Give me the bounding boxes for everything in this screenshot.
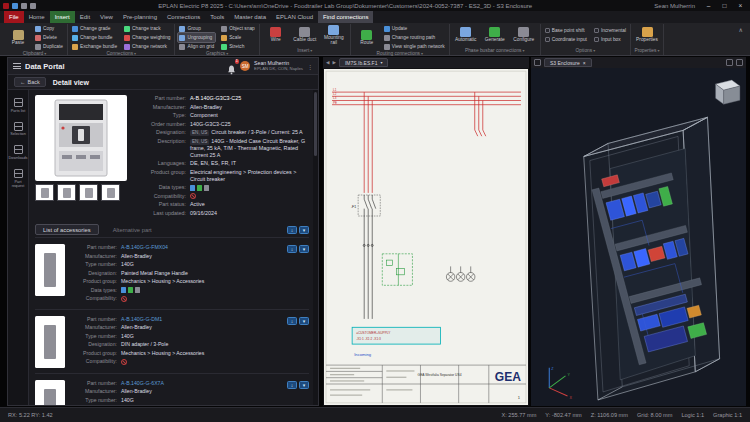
ribbon-button-change-weighting[interactable]: Change weighting [123, 33, 171, 42]
ribbon-group-caption-clipboard[interactable]: Clipboard▾ [5, 51, 64, 56]
tab-alternative-part[interactable]: Alternative part [105, 224, 160, 235]
back-button[interactable]: ←Back [14, 77, 46, 87]
rail-item-part-request[interactable]: Part request [8, 169, 28, 188]
ribbon-button-ungrouping[interactable]: Ungrouping [178, 33, 215, 42]
ribbon-button-generate[interactable]: Generate [482, 27, 508, 43]
ribbon-tab-tools[interactable]: Tools [205, 11, 229, 23]
settings-icon[interactable] [736, 59, 743, 66]
close-tab-icon[interactable]: × [583, 60, 586, 66]
ribbon-tab-home[interactable]: Home [24, 11, 50, 23]
portal-scrollbar[interactable] [313, 90, 318, 405]
menu-icon[interactable] [13, 63, 21, 69]
ribbon-tab-eplan-cloud[interactable]: EPLAN Cloud [271, 11, 318, 23]
ribbon-button-view-single-path-network[interactable]: View single path network [383, 42, 446, 51]
accessory-image[interactable] [35, 316, 65, 368]
ribbon-group-caption-phase-busbar-connections[interactable]: Phase busbar connections▾ [453, 46, 537, 55]
enclosure-3d-view[interactable]: Z X Y [531, 68, 746, 406]
undo-icon[interactable] [21, 3, 27, 9]
ribbon-button-coordinate-input[interactable]: Coordinate input [544, 35, 588, 44]
ribbon-button-change-network[interactable]: Change network [123, 42, 171, 51]
scrollbar-thumb[interactable] [314, 92, 317, 156]
download-button[interactable]: ↓ [287, 245, 297, 253]
ribbon-group-caption-properties[interactable]: Properties▾ [634, 46, 660, 55]
rail-item-downloads[interactable]: Downloads [8, 145, 28, 160]
cube-icon[interactable] [534, 59, 541, 66]
ribbon-button-change-bundle[interactable]: Change bundle [71, 33, 118, 42]
dropdown-button[interactable]: ▾ [299, 317, 309, 325]
ribbon-tab-file[interactable]: File [4, 11, 24, 23]
ribbon-group-caption-insert[interactable]: Insert▾ [263, 46, 347, 55]
download-all-button[interactable]: ↓ [287, 226, 297, 234]
ribbon-button-group[interactable]: Group [178, 24, 215, 33]
product-image[interactable] [35, 95, 127, 181]
minimize-button[interactable]: – [702, 1, 715, 11]
ribbon-button-incremental[interactable]: Incremental [593, 26, 627, 35]
property-value[interactable]: A-B.140G-G-FMX04 [121, 244, 281, 251]
thumbnail-1[interactable] [35, 184, 54, 201]
ribbon-tab-pre-planning[interactable]: Pre-planning [118, 11, 162, 23]
ribbon-button-wire[interactable]: Wire [263, 27, 289, 43]
ribbon-button-change-grade[interactable]: Change grade [71, 24, 118, 33]
ribbon-button-align-on-grid[interactable]: Align on grid [178, 42, 215, 51]
ribbon-button-paste[interactable]: Paste [5, 30, 31, 46]
ribbon-collapse-icon[interactable]: ∧ [734, 24, 748, 35]
accessory-image[interactable] [35, 244, 65, 296]
ribbon-button-stretch[interactable]: Stretch [220, 42, 256, 51]
ribbon-tab-find-connections[interactable]: Find connections [318, 11, 373, 23]
ribbon-group-caption-options[interactable]: Options▾ [544, 46, 627, 55]
dropdown-button[interactable]: ▾ [299, 245, 309, 253]
ribbon-button-update[interactable]: Update [383, 24, 446, 33]
download-button[interactable]: ↓ [287, 381, 297, 389]
ribbon-button-automatic[interactable]: Automatic [453, 27, 479, 43]
view3d-tab[interactable]: S3 Enclosure × [544, 58, 592, 67]
ribbon-button-input-box[interactable]: Input box [593, 35, 627, 44]
ribbon-tab-connections[interactable]: Connections [162, 11, 205, 23]
ribbon-group-caption-graphics[interactable]: Graphics▾ [178, 51, 255, 56]
ribbon-button-change-track[interactable]: Change track [123, 24, 171, 33]
ribbon-button-duplicate[interactable]: Duplicate [34, 42, 64, 51]
ribbon-button-delete[interactable]: Delete [34, 33, 64, 42]
schematic-page-tab[interactable]: IM7S.Ib.ES.F1 ▾ [339, 58, 389, 67]
redo-icon[interactable] [30, 3, 36, 9]
property-value[interactable]: A-B.140G-G-6X7A [121, 380, 281, 387]
layers-icon[interactable] [726, 59, 733, 66]
ribbon-button-configure[interactable]: Configure [511, 27, 537, 43]
tab-scroll-left-icon[interactable]: ◀ [326, 60, 329, 65]
ribbon-button-mounting-rail[interactable]: Mounting rail [321, 25, 347, 46]
ribbon-button-exchange-bundle[interactable]: Exchange bundle [71, 42, 118, 51]
thumbnail-3[interactable] [79, 184, 98, 201]
schematic-drawing[interactable]: L1 L2 L3 PE -F1 [324, 69, 528, 405]
ribbon-button-change-routing-path[interactable]: Change routing path [383, 33, 446, 42]
close-button[interactable]: × [734, 1, 747, 11]
rail-item-parts-list[interactable]: Parts list [8, 98, 28, 113]
ribbon-button-copy[interactable]: Copy [34, 24, 64, 33]
more-options-icon[interactable]: ⋮ [307, 63, 313, 70]
accessory-image[interactable] [35, 380, 65, 405]
tab-scroll-right-icon[interactable]: ▶ [332, 60, 335, 65]
save-icon[interactable] [12, 3, 18, 9]
ribbon-group-caption-routing-connections[interactable]: Routing connections▾ [354, 51, 446, 56]
ribbon-button-route[interactable]: Route [354, 30, 380, 46]
maximize-button[interactable]: □ [718, 1, 731, 11]
property-value[interactable]: A-B.140G-G-DM1 [121, 316, 281, 323]
view3d-viewport[interactable]: Z X Y [531, 68, 746, 406]
ribbon-tab-view[interactable]: View [95, 11, 118, 23]
ribbon-button-object-snap[interactable]: Object snap [220, 24, 256, 33]
ribbon-tab-edit[interactable]: Edit [75, 11, 95, 23]
download-button[interactable]: ↓ [287, 317, 297, 325]
ribbon-button-base-point-shift[interactable]: Base point shift [544, 26, 588, 35]
thumbnail-2[interactable] [57, 184, 76, 201]
download-options-button[interactable]: ▾ [299, 226, 309, 234]
ribbon-button-scale[interactable]: Scale [220, 33, 256, 42]
view-cube[interactable] [716, 80, 740, 104]
dropdown-button[interactable]: ▾ [299, 381, 309, 389]
rail-item-selection[interactable]: Selection [8, 122, 28, 137]
ribbon-button-properties[interactable]: Properties [634, 27, 660, 43]
notifications-bell-icon[interactable]: 1 [227, 61, 236, 71]
ribbon-tab-insert[interactable]: Insert [50, 11, 75, 23]
ribbon-group-caption-connections[interactable]: Connections▾ [71, 51, 171, 56]
tab-list-of-accessories[interactable]: List of accessories [35, 224, 99, 235]
avatar[interactable]: SM [240, 61, 250, 71]
ribbon-tab-master-data[interactable]: Master data [229, 11, 271, 23]
thumbnail-4[interactable] [101, 184, 120, 201]
